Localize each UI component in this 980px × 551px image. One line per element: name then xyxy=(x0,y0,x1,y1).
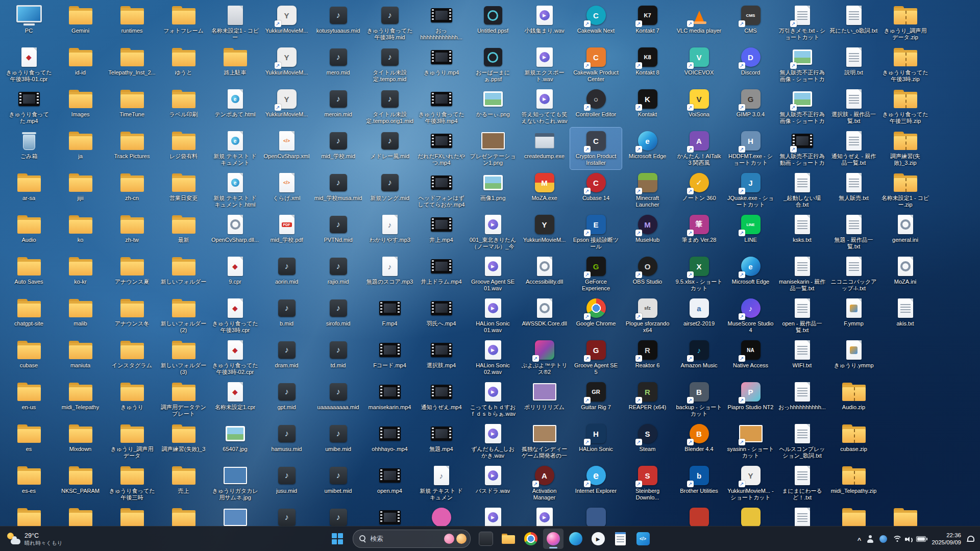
desktop-icon[interactable]: aairset2-2019 xyxy=(673,295,725,337)
desktop-icon[interactable]: レジ袋有料 xyxy=(158,128,209,169)
clock[interactable]: 22:36 2025/09/09 xyxy=(932,532,961,546)
desktop-icon[interactable]: 調声用データテンプレート xyxy=(158,379,209,420)
desktop-icon[interactable]: Audio xyxy=(3,211,55,253)
desktop-icon[interactable]: きゅうり食ってた午後三時.zip xyxy=(879,86,931,128)
desktop-icon[interactable]: ニコニコバックアップ-l-.txt xyxy=(828,253,879,295)
desktop-icon[interactable]: きゅうり.ymmp xyxy=(828,337,879,379)
desktop-icon[interactable]: ▶小銭集まり.wav xyxy=(519,2,570,44)
desktop-icon[interactable]: zh-tw xyxy=(106,211,158,253)
desktop-icon[interactable]: ↗Minecraft Launcher xyxy=(622,169,673,211)
desktop-icon[interactable]: en-us xyxy=(3,379,55,420)
desktop-icon[interactable]: Y↗YukkuriMovieM... xyxy=(261,44,312,86)
desktop-icon[interactable]: ↗syasinn - ショートカット xyxy=(725,420,776,462)
taskbar-app-microsoft-edge[interactable] xyxy=(566,529,586,549)
desktop-icon[interactable]: ▶バスドラ.wav xyxy=(467,462,519,504)
desktop-icon[interactable]: ♪タイトル未設定.tempo.mid xyxy=(364,44,415,86)
desktop-icon[interactable]: </>OpenCvSharp.xml xyxy=(261,128,312,169)
desktop-icon[interactable]: 路上駐車 xyxy=(209,44,261,86)
desktop-icon[interactable]: 孤独なインディーゲーム開発者の一生... xyxy=(519,420,570,462)
desktop-icon[interactable]: ▶ずんだもん_しおかき.wav xyxy=(467,420,519,462)
desktop-icon[interactable]: open - 親作品一覧.txt xyxy=(776,295,828,337)
desktop-icon[interactable]: ヘルスコンプレッション_歌詞.txt xyxy=(776,420,828,462)
desktop-icon[interactable]: Fコード.mp4 xyxy=(364,337,415,379)
desktop-icon[interactable]: ♪uaaaaaaaaa.mid xyxy=(312,379,364,420)
desktop-icon[interactable]: B↗backup - ショートカット xyxy=(673,379,725,420)
desktop-icon[interactable]: e↗Internet Explorer xyxy=(570,462,622,504)
desktop-icon[interactable]: ♪mero.mid xyxy=(312,44,364,86)
desktop-icon[interactable]: 無題 - 親作品一覧.txt xyxy=(828,211,879,253)
desktop-icon[interactable]: Track Pictures xyxy=(106,128,158,169)
desktop-icon[interactable]: ↗VLC media player xyxy=(673,2,725,44)
desktop-icon[interactable]: sfz↗Plogue sforzando x64 xyxy=(622,295,673,337)
quick-settings[interactable] xyxy=(893,536,926,542)
desktop-icon[interactable]: 新しいフォルダー (2) xyxy=(158,295,209,337)
desktop-icon[interactable]: ◆きゅうり食ってた午後3時-01.cpr xyxy=(3,44,55,86)
desktop-icon[interactable]: C↗Cakewalk Next xyxy=(570,2,622,44)
desktop-icon[interactable]: ♪b.mid xyxy=(261,295,312,337)
desktop-icon[interactable]: manisekarin.mp4 xyxy=(364,379,415,420)
desktop-icon[interactable]: R↗Reaktor 6 xyxy=(622,337,673,379)
desktop-icon[interactable]: eテンポあて.html xyxy=(209,86,261,128)
taskbar-app-notepad[interactable] xyxy=(610,529,631,549)
desktop-icon[interactable]: E↗Epson 接続診断ツール xyxy=(570,211,622,253)
desktop-icon[interactable]: chatgpt-site xyxy=(3,295,55,337)
desktop-icon[interactable]: ↗無人販売不正行為画像 - ショートカット xyxy=(776,86,828,128)
desktop-icon[interactable]: M↗MuseHub xyxy=(622,211,673,253)
desktop-icon[interactable]: open.mp4 xyxy=(364,462,415,504)
desktop-icon[interactable]: 選択肢.mp4 xyxy=(415,337,467,379)
taskbar-app-audio-app[interactable] xyxy=(543,529,564,549)
desktop-icon[interactable]: R↗REAPER (x64) xyxy=(622,379,673,420)
desktop-icon[interactable]: まにまにわーるど！.txt xyxy=(776,462,828,504)
desktop-icon[interactable]: Untitled.ppsf xyxy=(467,2,519,44)
desktop-icon[interactable]: es xyxy=(3,420,55,462)
desktop-icon[interactable]: フォトフレーム xyxy=(158,2,209,44)
taskbar-app-pinned-app-1[interactable] xyxy=(476,529,496,549)
desktop-icon[interactable]: ◆きゅうり食ってた午後3時-02.cpr xyxy=(209,337,261,379)
desktop-icon[interactable]: ♪dram.mid xyxy=(261,337,312,379)
desktop-icon[interactable]: K8↗Kontakt 8 xyxy=(622,44,673,86)
desktop-icon[interactable]: midi_Telepathy.zip xyxy=(828,462,879,504)
desktop-icon[interactable]: きゅうり食ってた午後3時.zip xyxy=(879,44,931,86)
desktop-icon[interactable]: ♪mid_学校.mid xyxy=(312,128,364,169)
desktop-icon[interactable]: S↗Steam xyxy=(622,420,673,462)
desktop-icon[interactable]: 名称未設定1 - コピー.zip xyxy=(879,169,931,211)
desktop-icon[interactable]: e新規 テキスト ドキュメント.html xyxy=(209,169,261,211)
desktop-icon[interactable]: 井上.mp4 xyxy=(415,211,467,253)
desktop-icon[interactable]: 新しいフォルダー (3) xyxy=(158,337,209,379)
desktop-icon[interactable]: runtimes xyxy=(106,2,158,44)
desktop-icon[interactable]: G↗Groove Agent SE 5 xyxy=(570,337,622,379)
desktop-icon[interactable]: Audio.zip xyxy=(828,379,879,420)
desktop-icon[interactable]: G↗GeForce Experience xyxy=(570,253,622,295)
desktop-icon[interactable]: 新しいフォルダー xyxy=(158,253,209,295)
desktop-icon[interactable]: K7↗Kontakt 7 xyxy=(622,2,673,44)
desktop-icon[interactable]: AWSSDK.Core.dll xyxy=(519,295,570,337)
desktop-icon[interactable]: ▶Groove Agent SE 01.wav xyxy=(467,253,519,295)
hidden-icons-chevron[interactable]: ^ xyxy=(857,536,862,544)
search-highlight-icon[interactable] xyxy=(444,534,454,544)
desktop-icon[interactable]: </>くらげ.xml xyxy=(261,169,312,211)
desktop-icon[interactable]: C↗Cubase 14 xyxy=(570,169,622,211)
desktop-icon[interactable]: es-es xyxy=(3,462,55,504)
desktop-icon[interactable]: アナウンス夏 xyxy=(106,253,158,295)
desktop-icon[interactable]: maniuta xyxy=(55,337,106,379)
desktop-icon[interactable]: OpenCvSharp.dll... xyxy=(209,211,261,253)
desktop-icon[interactable]: e↗Microsoft Edge xyxy=(622,128,673,169)
desktop-icon[interactable]: きゅうり.mp4 xyxy=(415,44,467,86)
desktop-icon[interactable]: 65407.jpg xyxy=(209,420,261,462)
desktop-icon[interactable]: 調声練習(失敗)_3 xyxy=(158,420,209,462)
start-button[interactable] xyxy=(327,529,348,549)
desktop-icon[interactable]: ✓↗ノートン 360 xyxy=(673,169,725,211)
desktop-icon[interactable]: J↗JQuake.exe - ショートカット xyxy=(725,169,776,211)
desktop-icon[interactable]: O↗OBS Studio xyxy=(622,253,673,295)
desktop-icon[interactable]: TimeTune xyxy=(106,86,158,128)
desktop-icon[interactable]: Mixdown xyxy=(55,420,106,462)
desktop-icon[interactable]: ja xyxy=(55,128,106,169)
desktop-icon[interactable]: zh-cn xyxy=(106,169,158,211)
desktop-icon[interactable]: ▶こってもｈｄすおｆｄｓｂらぁ.wav xyxy=(467,379,519,420)
desktop-icon[interactable]: A↗かんたん！AITalk 3 関西風 xyxy=(673,128,725,169)
desktop-icon[interactable]: LINE↗LINE xyxy=(725,211,776,253)
desktop-icon[interactable]: C↗Cakewalk Product Center xyxy=(570,44,622,86)
desktop-icon[interactable]: Telepathy_Inst_2... xyxy=(106,44,158,86)
desktop-icon[interactable]: ▶HALion Sonic 02.wav xyxy=(467,337,519,379)
desktop-icon[interactable]: かるーぃ.png xyxy=(467,86,519,128)
